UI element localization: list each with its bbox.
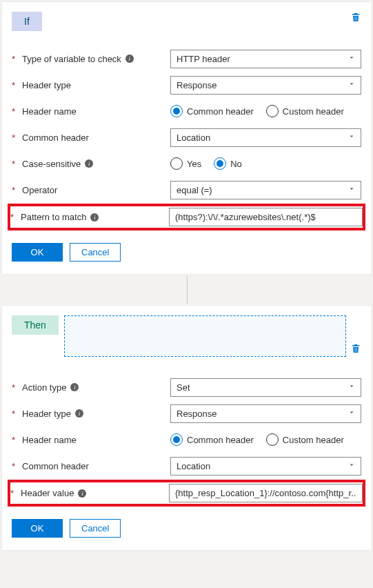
radio-case-no[interactable]: No bbox=[214, 157, 242, 170]
info-icon[interactable]: i bbox=[90, 213, 99, 222]
label-header-value: Header value bbox=[21, 488, 74, 498]
row-pattern-to-match: *Pattern to matchi bbox=[9, 205, 364, 229]
info-icon[interactable]: i bbox=[125, 55, 134, 63]
if-card: If *Type of variable to checki HTTP head… bbox=[1, 1, 372, 275]
row-common-header-then: *Common header Location bbox=[12, 455, 361, 477]
delete-if-button[interactable] bbox=[350, 12, 361, 25]
row-header-type-if: *Header type Response bbox=[12, 74, 361, 96]
label-type-of-variable: Type of variable to check bbox=[22, 54, 121, 64]
label-header-type-then: Header type bbox=[22, 409, 71, 419]
radio-custom-header-if[interactable]: Custom header bbox=[266, 105, 344, 117]
connector-line bbox=[0, 276, 373, 304]
row-action-type: *Action typei Set bbox=[12, 376, 361, 398]
label-header-type-if: Header type bbox=[22, 80, 71, 90]
label-common-header-then: Common header bbox=[22, 461, 89, 471]
label-pattern: Pattern to match bbox=[21, 212, 86, 222]
if-tag: If bbox=[12, 12, 42, 31]
select-common-header-then[interactable]: Location bbox=[170, 457, 361, 476]
row-case-sensitive: *Case-sensitivei Yes No bbox=[12, 153, 361, 175]
label-case-sensitive: Case-sensitive bbox=[22, 159, 81, 169]
select-header-type-if[interactable]: Response bbox=[170, 76, 361, 95]
input-header-value[interactable] bbox=[169, 484, 363, 502]
then-tag: Then bbox=[12, 315, 59, 335]
cancel-button-if[interactable]: Cancel bbox=[70, 243, 121, 262]
info-icon[interactable]: i bbox=[85, 159, 93, 168]
cancel-button-then[interactable]: Cancel bbox=[70, 519, 121, 538]
input-pattern[interactable] bbox=[169, 208, 363, 226]
row-common-header-if: *Common header Location bbox=[12, 126, 361, 148]
label-header-name-then: Header name bbox=[22, 435, 77, 445]
select-operator[interactable]: equal (=) bbox=[170, 181, 361, 199]
row-header-name-if: *Header name Common header Custom header bbox=[12, 100, 361, 122]
trash-icon bbox=[350, 343, 361, 354]
info-icon[interactable]: i bbox=[78, 489, 86, 498]
ok-button-then[interactable]: OK bbox=[12, 519, 63, 538]
label-header-name-if: Header name bbox=[22, 106, 77, 117]
radio-case-yes[interactable]: Yes bbox=[170, 157, 201, 170]
delete-then-button[interactable] bbox=[350, 343, 361, 356]
radio-common-header-then[interactable]: Common header bbox=[170, 433, 254, 446]
select-common-header-if[interactable]: Location bbox=[170, 128, 361, 147]
row-operator: *Operator equal (=) bbox=[12, 179, 361, 201]
select-header-type-then[interactable]: Response bbox=[170, 404, 361, 423]
info-icon[interactable]: i bbox=[70, 383, 79, 391]
row-header-name-then: *Header name Common header Custom header bbox=[12, 429, 361, 451]
row-header-type-then: *Header typei Response bbox=[12, 402, 361, 424]
select-action-type[interactable]: Set bbox=[170, 378, 361, 397]
info-icon[interactable]: i bbox=[75, 409, 83, 418]
row-header-value: *Header valuei bbox=[9, 481, 364, 505]
trash-icon bbox=[350, 12, 361, 23]
label-common-header-if: Common header bbox=[22, 133, 89, 143]
then-dropzone[interactable] bbox=[64, 315, 346, 357]
row-type-of-variable: *Type of variable to checki HTTP header bbox=[12, 48, 361, 70]
then-card: Then *Action typei Set *Header typei Res… bbox=[1, 305, 372, 551]
label-operator: Operator bbox=[22, 185, 57, 195]
label-action-type: Action type bbox=[22, 382, 66, 393]
radio-custom-header-then[interactable]: Custom header bbox=[266, 433, 344, 446]
select-type-of-variable[interactable]: HTTP header bbox=[170, 50, 361, 68]
radio-common-header-if[interactable]: Common header bbox=[170, 105, 254, 117]
ok-button-if[interactable]: OK bbox=[12, 243, 63, 262]
